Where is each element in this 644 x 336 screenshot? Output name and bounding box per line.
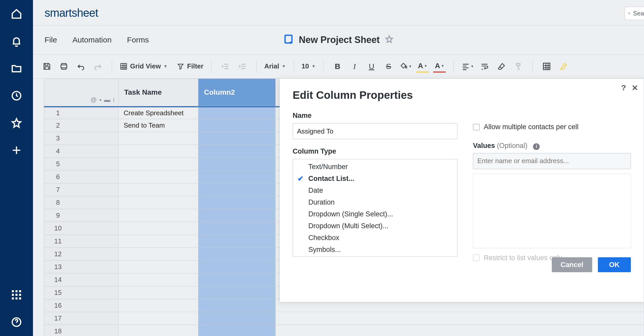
- column-type-option[interactable]: Date: [293, 184, 457, 196]
- row-number[interactable]: 10: [44, 222, 118, 235]
- cell-column2[interactable]: [198, 299, 276, 312]
- home-icon[interactable]: [10, 8, 23, 20]
- row-number[interactable]: 4: [44, 145, 118, 158]
- cancel-button[interactable]: Cancel: [552, 257, 592, 272]
- cell-task[interactable]: [118, 171, 198, 183]
- cell-task[interactable]: [118, 299, 198, 312]
- info-icon[interactable]: i: [533, 143, 540, 150]
- column-type-option[interactable]: Dropdown (Multi Select)...: [293, 220, 457, 232]
- dialog-help-icon[interactable]: ?: [621, 83, 626, 92]
- align-icon[interactable]: ▼: [461, 60, 474, 73]
- outdent-icon[interactable]: [219, 60, 232, 73]
- undo-icon[interactable]: [75, 60, 87, 73]
- cell-column2[interactable]: [198, 248, 276, 261]
- bell-icon[interactable]: [10, 35, 23, 47]
- row-number[interactable]: 13: [44, 261, 118, 273]
- cell-column2[interactable]: [198, 286, 276, 299]
- cell-task[interactable]: [118, 209, 198, 222]
- cell-task[interactable]: [118, 261, 198, 273]
- cell-column2[interactable]: [198, 312, 276, 325]
- folder-icon[interactable]: [10, 62, 23, 75]
- row-number[interactable]: 7: [44, 183, 118, 196]
- dialog-close-icon[interactable]: ✕: [632, 83, 638, 92]
- info-icon[interactable]: i: [113, 96, 115, 103]
- menu-file[interactable]: File: [45, 36, 57, 44]
- column-type-list[interactable]: Text/Number✔Contact List...DateDurationD…: [293, 159, 457, 257]
- values-input[interactable]: [473, 153, 631, 169]
- bold-icon[interactable]: B: [331, 60, 344, 73]
- name-input[interactable]: [293, 123, 457, 139]
- attachment-icon[interactable]: @: [90, 96, 97, 103]
- column-type-option[interactable]: Checkbox: [293, 232, 457, 244]
- cell-column2[interactable]: [198, 183, 276, 196]
- highlight-pen-icon[interactable]: [557, 60, 570, 73]
- ok-button[interactable]: OK: [598, 257, 631, 272]
- row-number[interactable]: 2: [44, 119, 118, 132]
- proof-icon[interactable]: ▬: [104, 96, 110, 103]
- cell-column2[interactable]: [198, 261, 276, 273]
- favorite-toggle-icon[interactable]: [385, 35, 394, 45]
- row-number[interactable]: 11: [44, 235, 118, 248]
- italic-icon[interactable]: I: [348, 60, 361, 73]
- indent-icon[interactable]: [236, 60, 249, 73]
- cell-task[interactable]: [118, 196, 198, 209]
- row-number[interactable]: 16: [44, 299, 118, 312]
- sheet-title[interactable]: New Project Sheet: [299, 34, 380, 45]
- menu-forms[interactable]: Forms: [127, 36, 149, 44]
- underline-icon[interactable]: U: [365, 60, 378, 73]
- row-number[interactable]: 12: [44, 248, 118, 261]
- cell-column2[interactable]: [198, 235, 276, 248]
- cell-task[interactable]: [118, 248, 198, 261]
- cell-task[interactable]: [118, 183, 198, 196]
- cell-column2[interactable]: [198, 106, 276, 119]
- cell-column2[interactable]: [198, 119, 276, 132]
- cell-column2[interactable]: [198, 209, 276, 222]
- values-listbox[interactable]: [473, 174, 631, 248]
- cell-task[interactable]: [118, 132, 198, 145]
- menu-automation[interactable]: Automation: [72, 36, 112, 44]
- cell-task[interactable]: Send to Team: [118, 119, 198, 132]
- row-number[interactable]: 6: [44, 171, 118, 183]
- cell-task[interactable]: Create Spreadsheet: [118, 106, 198, 119]
- column-header-column2[interactable]: Column2: [198, 78, 276, 106]
- column-type-option[interactable]: ✔Contact List...: [293, 173, 457, 184]
- column-type-option[interactable]: Dropdown (Single Select)...: [293, 208, 457, 220]
- cell-task[interactable]: [118, 286, 198, 299]
- cell-column2[interactable]: [198, 171, 276, 183]
- cell-column2[interactable]: [198, 158, 276, 171]
- fill-color-icon[interactable]: ▼: [399, 60, 412, 73]
- row-number[interactable]: 3: [44, 132, 118, 145]
- cell-column2[interactable]: [198, 132, 276, 145]
- search-input[interactable]: Sea: [625, 7, 644, 20]
- row-number[interactable]: 15: [44, 286, 118, 299]
- insert-column-icon[interactable]: [540, 60, 553, 73]
- font-selector[interactable]: Arial ▼: [264, 62, 286, 70]
- eraser-icon[interactable]: [495, 60, 508, 73]
- cell-task[interactable]: [118, 273, 198, 286]
- cell-column2[interactable]: [198, 325, 276, 336]
- cell-task[interactable]: [118, 235, 198, 248]
- save-icon[interactable]: [41, 60, 53, 73]
- redo-icon[interactable]: [92, 60, 104, 73]
- comment-icon[interactable]: ▪: [99, 96, 102, 103]
- row-number[interactable]: 17: [44, 312, 118, 325]
- cell-task[interactable]: [118, 158, 198, 171]
- cell-column2[interactable]: [198, 273, 276, 286]
- cell-task[interactable]: [118, 222, 198, 235]
- filter-button[interactable]: Filter: [177, 62, 204, 70]
- row-number[interactable]: 1: [44, 106, 118, 119]
- row-number[interactable]: 18: [44, 325, 118, 336]
- recents-icon[interactable]: [10, 90, 23, 102]
- help-icon[interactable]: [10, 316, 23, 328]
- wrap-icon[interactable]: [478, 60, 491, 73]
- text-color-icon[interactable]: A▼: [433, 60, 446, 73]
- cell-column2[interactable]: [198, 222, 276, 235]
- cell-column2[interactable]: [198, 145, 276, 158]
- cell-task[interactable]: [118, 312, 198, 325]
- add-icon[interactable]: [10, 144, 23, 156]
- print-icon[interactable]: [58, 60, 70, 73]
- column-type-option[interactable]: Duration: [293, 196, 457, 208]
- strikethrough-icon[interactable]: S: [382, 60, 395, 73]
- highlight-color-icon[interactable]: A▼: [416, 60, 429, 73]
- favorites-icon[interactable]: [10, 117, 23, 129]
